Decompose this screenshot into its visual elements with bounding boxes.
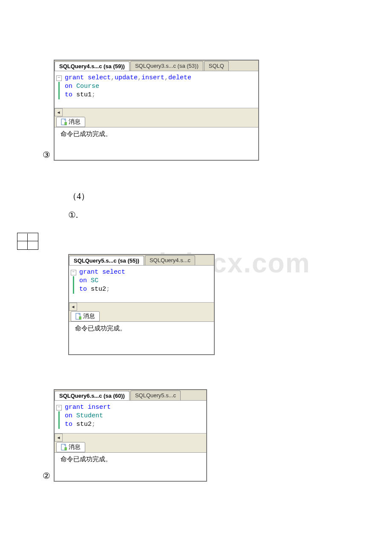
messages-output: 命令已成功完成。 [55, 127, 258, 160]
svg-rect-1 [65, 122, 67, 125]
fold-gutter: − [55, 403, 63, 429]
messages-tab-label: 消息 [69, 443, 81, 451]
messages-tab[interactable]: 消息 [71, 311, 100, 321]
code-editor[interactable]: − grant selecton SCto stu2; [69, 266, 214, 302]
annotation-circle-1: ①. [68, 210, 349, 220]
messages-output: 命令已成功完成。 [55, 452, 206, 481]
tab-active[interactable]: SQLQuery6.s...c (sa (60)) [55, 391, 130, 401]
messages-tab[interactable]: 消息 [56, 117, 85, 127]
messages-output: 命令已成功完成。 [69, 321, 214, 354]
code-editor[interactable]: − grant inserton Studentto stu2; [55, 401, 206, 433]
svg-rect-5 [65, 448, 67, 450]
sql-window-3: SQLQuery6.s...c (sa (60)) SQLQuery5.s...… [54, 389, 207, 482]
code-editor[interactable]: − grant select,update,insert,deleteon Co… [55, 71, 258, 108]
h-scrollbar[interactable]: ◄ [69, 302, 214, 310]
fold-minus-icon[interactable]: − [56, 75, 62, 81]
tab-inactive-overflow[interactable]: SQLQ [204, 61, 229, 71]
results-tab-bar: 消息 [69, 310, 214, 321]
sql-window-1: SQLQuery4.s...c (sa (59)) SQLQuery3.s...… [54, 60, 259, 161]
tab-bar: SQLQuery5.s...c (sa (55)) SQLQuery4.s...… [69, 255, 214, 266]
scroll-left-icon[interactable]: ◄ [55, 108, 63, 116]
messages-tab[interactable]: 消息 [56, 442, 85, 452]
results-tab-bar: 消息 [55, 116, 258, 127]
tab-inactive[interactable]: SQLQuery4.s...c [145, 255, 195, 265]
tab-bar: SQLQuery6.s...c (sa (60)) SQLQuery5.s...… [55, 390, 206, 401]
fold-gutter: − [55, 74, 63, 99]
tab-active[interactable]: SQLQuery5.s...c (sa (55)) [69, 256, 144, 266]
fold-gutter: − [69, 268, 78, 294]
code-lines: grant inserton Studentto stu2; [63, 403, 111, 429]
code-lines: grant select,update,insert,deleteon Cour… [63, 74, 191, 99]
fold-minus-icon[interactable]: − [71, 270, 76, 275]
document-icon [61, 119, 67, 125]
h-scrollbar[interactable]: ◄ [55, 433, 206, 441]
tab-inactive[interactable]: SQLQuery3.s...c (sa (53)) [130, 61, 203, 71]
scroll-left-icon[interactable]: ◄ [69, 303, 77, 311]
annotation-circle-2: ② [43, 471, 50, 481]
tab-inactive[interactable]: SQLQuery5.s...c [130, 390, 181, 400]
tab-active[interactable]: SQLQuery4.s...c (sa (59)) [55, 61, 130, 71]
fold-minus-icon[interactable]: − [56, 405, 62, 410]
annotation-paren-4: （4） [68, 191, 349, 202]
results-tab-bar: 消息 [55, 441, 206, 452]
messages-tab-label: 消息 [69, 118, 81, 126]
code-lines: grant selecton SCto stu2; [78, 268, 125, 294]
document-icon [75, 313, 81, 320]
scroll-left-icon[interactable]: ◄ [55, 434, 63, 442]
tab-bar: SQLQuery4.s...c (sa (59)) SQLQuery3.s...… [55, 61, 258, 71]
annotation-circle-3: ③ [43, 150, 50, 160]
sql-window-2: SQLQuery5.s...c (sa (55)) SQLQuery4.s...… [68, 254, 215, 355]
document-icon [61, 444, 67, 451]
h-scrollbar[interactable]: ◄ [55, 108, 258, 116]
messages-tab-label: 消息 [83, 312, 95, 320]
svg-rect-3 [79, 317, 81, 319]
empty-table-marker [17, 233, 38, 250]
block-3: ③ SQLQuery4.s...c (sa (59)) SQLQuery3.s.… [43, 55, 349, 161]
block-2: ② SQLQuery6.s...c (sa (60)) SQLQuery5.s.… [43, 385, 349, 482]
